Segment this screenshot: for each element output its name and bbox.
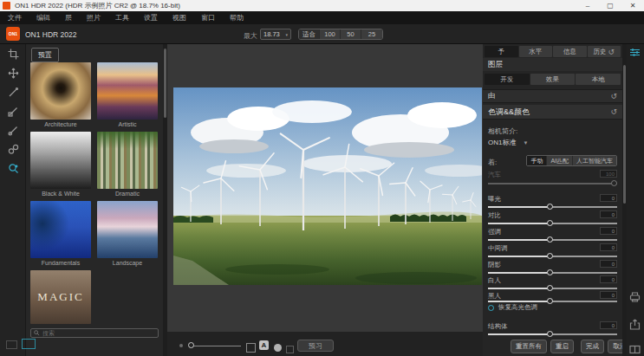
fit-button[interactable]: 适合 — [299, 29, 320, 39]
radio-icon — [488, 305, 494, 311]
slider-structure-handle[interactable] — [547, 331, 553, 337]
preset-thumb-architecture[interactable] — [30, 62, 91, 120]
hdr-section-header[interactable]: 由 ↺ — [483, 89, 622, 103]
tab-develop[interactable]: 开发 — [485, 74, 530, 85]
menu-photo[interactable]: 照片 — [87, 13, 101, 23]
menu-window[interactable]: 窗口 — [201, 13, 215, 23]
reset-icon[interactable]: ↺ — [610, 92, 617, 100]
zoom-100-button[interactable]: 100 — [320, 29, 341, 39]
slider-value-structure[interactable]: 0 — [600, 321, 617, 329]
preset-thumb-fundamentals[interactable] — [30, 201, 91, 258]
tone-ai-match-button[interactable]: AI匹配 — [547, 156, 573, 165]
slider-auto-handle[interactable] — [611, 180, 617, 186]
header-bar: ON1 ON1 HDR 2022 最大 18.73 ▾ 适合 100 50 25 — [0, 24, 644, 44]
grid-view-toggle-icon[interactable] — [6, 340, 17, 349]
reset-button[interactable]: 重启 — [550, 340, 574, 353]
crop-tool-icon[interactable] — [0, 44, 26, 63]
preset-thumb-dramatic[interactable] — [97, 132, 158, 189]
tone-color-section-header[interactable]: 色调&&颜色 ↺ — [483, 105, 622, 120]
split-view-icon[interactable] — [629, 343, 641, 355]
tab-levels[interactable]: 水平 — [519, 46, 553, 57]
tab-info[interactable]: 信息 — [553, 46, 587, 57]
tab-local[interactable]: 本地 — [576, 74, 621, 85]
menu-tools[interactable]: 工具 — [115, 13, 129, 23]
slider-blacks[interactable] — [488, 301, 617, 302]
camera-profile-dropdown[interactable]: ON1标准 ▼ — [488, 138, 528, 147]
tab-effects[interactable]: 效果 — [530, 74, 576, 85]
slider-contrast-handle[interactable] — [547, 220, 553, 226]
filmstrip-view-toggle-icon[interactable] — [22, 339, 36, 349]
canvas-zoom-slider-handle[interactable] — [188, 342, 194, 348]
preview-button[interactable]: 预习 — [297, 340, 334, 352]
done-button[interactable]: 完成 — [581, 340, 604, 353]
slider-structure[interactable] — [488, 333, 617, 335]
slider-value-midtones[interactable]: 0 — [600, 243, 617, 251]
close-button[interactable]: ✕ — [621, 0, 644, 11]
slider-whites-handle[interactable] — [547, 285, 553, 291]
chisel-blur-tool-icon[interactable] — [0, 139, 26, 159]
reset-icon[interactable]: ↺ — [610, 107, 617, 116]
slider-value-whites[interactable]: 0 — [600, 275, 617, 283]
right-panel: 予 水平 信息 历史 ↺ 图层 开发 效果 本地 由 ↺ 色调&&颜色 ↺ 相机… — [483, 44, 622, 356]
slider-value-blacks[interactable]: 0 — [600, 291, 617, 299]
slider-midtones-handle[interactable] — [547, 253, 553, 259]
slider-auto[interactable] — [488, 183, 617, 184]
slider-contrast[interactable] — [488, 223, 617, 224]
slider-highlights-handle[interactable] — [547, 236, 553, 243]
tab-tone[interactable]: 予 — [485, 46, 518, 57]
slider-label-structure: 结构体 — [488, 322, 508, 331]
minimize-button[interactable]: – — [576, 0, 599, 11]
move-tool-icon[interactable] — [0, 63, 26, 82]
maximize-button[interactable]: ▢ — [599, 0, 621, 11]
preset-search-input[interactable]: 搜索 — [30, 328, 159, 338]
tab-history[interactable]: 历史 ↺ — [588, 46, 621, 57]
masking-bug-tool-icon[interactable] — [0, 101, 26, 120]
layers-header: 图层 — [483, 58, 622, 71]
preview-circle-icon[interactable] — [273, 340, 283, 356]
show-original-badge[interactable]: A — [259, 340, 269, 350]
zoom-25-button[interactable]: 25 — [361, 29, 382, 39]
masking-brush-tool-icon[interactable] — [0, 82, 26, 101]
compare-view-icon[interactable] — [246, 340, 256, 356]
preset-thumb-artistic[interactable] — [97, 62, 158, 120]
menu-layer[interactable]: 层 — [65, 13, 72, 23]
slider-shadows-handle[interactable] — [547, 269, 553, 275]
preset-thumb-landscape[interactable] — [97, 201, 158, 258]
canvas-zoom-slider[interactable] — [192, 346, 241, 347]
slider-whites[interactable] — [488, 288, 617, 289]
zoom-50-button[interactable]: 50 — [341, 29, 361, 39]
zoom-out-dot-icon[interactable] — [179, 344, 183, 347]
adjustments-panel-icon[interactable] — [629, 46, 641, 58]
slider-value-highlights[interactable]: 0 — [600, 227, 617, 235]
slider-exposure[interactable] — [488, 206, 617, 208]
menu-settings[interactable]: 设置 — [144, 13, 158, 23]
slider-value-exposure[interactable]: 0 — [600, 194, 617, 202]
photo-wind-turbines[interactable] — [173, 87, 482, 285]
export-icon[interactable] — [629, 318, 641, 330]
presets-tab[interactable]: 预置 — [31, 48, 59, 62]
slider-midtones[interactable] — [488, 256, 617, 257]
menu-view[interactable]: 视图 — [172, 13, 186, 23]
preset-thumb-black-white[interactable] — [30, 132, 91, 189]
refine-brush-tool-icon[interactable] — [0, 120, 26, 139]
preset-label: Architecture — [30, 121, 91, 127]
tone-ai-auto-button[interactable]: 人工智能汽车 — [573, 156, 616, 165]
menu-file[interactable]: 文件 — [8, 13, 22, 23]
reset-all-button[interactable]: 重置所有 — [511, 340, 547, 353]
slider-shadows[interactable] — [488, 272, 617, 274]
menu-help[interactable]: 帮助 — [230, 13, 244, 23]
tone-manual-button[interactable]: 手动 — [527, 156, 547, 165]
slider-value-auto[interactable]: 100 — [600, 170, 617, 178]
print-icon[interactable] — [629, 290, 641, 302]
slider-value-shadows[interactable]: 0 — [600, 260, 617, 268]
recover-highlights-toggle[interactable]: 恢复高光色调 — [488, 303, 537, 312]
preset-thumb-magic[interactable]: MAGIC — [30, 270, 91, 324]
slider-value-contrast[interactable]: 0 — [600, 210, 617, 218]
slider-blacks-handle[interactable] — [547, 298, 553, 304]
view-tool-icon[interactable] — [0, 159, 26, 178]
slider-highlights[interactable] — [488, 239, 617, 241]
zoom-value-dropdown[interactable]: 18.73 ▾ — [260, 29, 291, 40]
slider-exposure-handle[interactable] — [547, 204, 553, 210]
soft-proof-icon[interactable] — [286, 341, 294, 356]
menu-edit[interactable]: 编辑 — [36, 13, 50, 23]
